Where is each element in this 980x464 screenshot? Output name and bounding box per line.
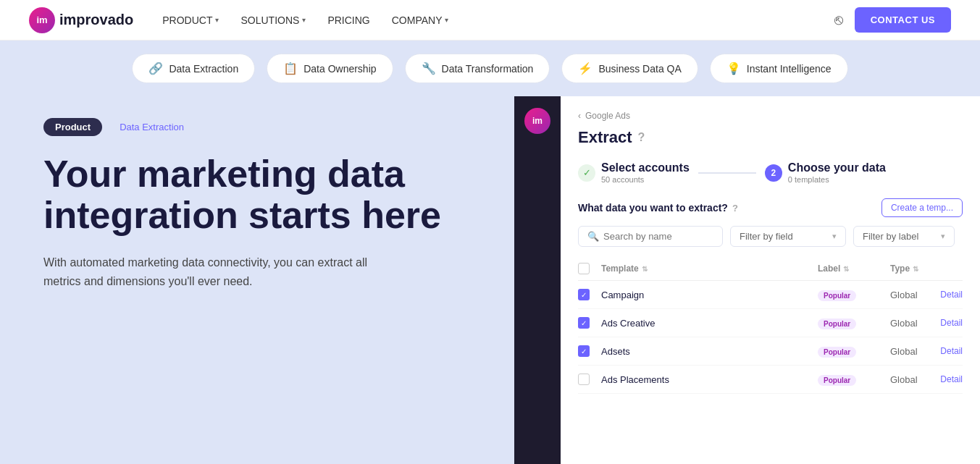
step-1: ✓ Select accounts 50 accounts <box>578 161 690 184</box>
chevron-down-icon: ▾ <box>215 16 219 24</box>
search-input[interactable] <box>603 231 713 242</box>
bolt-icon: ⚡ <box>578 62 592 75</box>
tab-data-extraction[interactable]: 🔗 Data Extraction <box>132 54 255 83</box>
extract-card: ‹ Google Ads Extract ? ✓ Select accounts… <box>561 96 980 464</box>
steps-row: ✓ Select accounts 50 accounts 2 Choose y… <box>578 161 963 184</box>
chevron-down-icon: ▾ <box>832 232 837 241</box>
sort-icon[interactable]: ⇅ <box>843 265 849 273</box>
table-header-template: Template ⇅ <box>601 263 818 274</box>
login-icon[interactable]: ⎋ <box>834 12 843 28</box>
breadcrumb: Product Data Extraction <box>43 118 485 136</box>
step-2-text: Choose your data 0 templates <box>788 161 886 184</box>
row-checkbox[interactable]: ✓ <box>578 317 590 329</box>
search-icon: 🔍 <box>587 231 599 242</box>
nav-item-pricing[interactable]: PRICING <box>327 14 369 26</box>
nav-item-company[interactable]: COMPANY ▾ <box>392 14 449 26</box>
header-checkbox[interactable] <box>578 263 590 274</box>
tab-data-transformation[interactable]: 🔧 Data Transformation <box>405 54 550 83</box>
step-2-number: 2 <box>765 164 782 182</box>
dark-sidebar: im <box>514 96 561 464</box>
table-header-type: Type ⇅ <box>890 263 963 274</box>
row-checkbox[interactable]: ✓ <box>578 345 590 357</box>
tab-instant-intelligence[interactable]: 💡 Instant Intelligence <box>710 54 848 83</box>
logo-text: improvado <box>59 12 133 28</box>
row-checkbox[interactable]: ✓ <box>578 289 590 300</box>
bulb-icon: 💡 <box>726 62 741 75</box>
hero-left: Product Data Extraction Your marketing d… <box>0 96 514 464</box>
row-checkbox[interactable] <box>578 374 590 385</box>
table-row: ✓ Adsets Popular Global Detail <box>578 337 963 366</box>
create-template-button[interactable]: Create a temp... <box>881 198 963 217</box>
chevron-down-icon: ▾ <box>302 16 306 24</box>
hero-subtitle: With automated marketing data connectivi… <box>43 253 406 290</box>
question-help-icon: ? <box>732 203 738 214</box>
navbar-left: im improvado PRODUCT ▾ SOLUTIONS ▾ PRICI… <box>29 7 448 33</box>
search-box[interactable]: 🔍 <box>578 226 723 247</box>
logo-icon: im <box>29 7 55 33</box>
nav-item-product[interactable]: PRODUCT ▾ <box>162 14 219 26</box>
panel-right: im ‹ Google Ads Extract ? ✓ Select accou… <box>514 96 980 464</box>
table-header-label: Label ⇅ <box>818 263 890 274</box>
step-check-icon: ✓ <box>578 164 595 182</box>
navbar: im improvado PRODUCT ▾ SOLUTIONS ▾ PRICI… <box>0 0 980 41</box>
navbar-right: ⎋ CONTACT US <box>834 7 951 33</box>
table-row: ✓ Ads Creative Popular Global Detail <box>578 309 963 337</box>
step-connector <box>698 172 756 174</box>
table-header-checkbox <box>578 263 601 274</box>
clipboard-icon: 📋 <box>283 62 298 75</box>
step-2: 2 Choose your data 0 templates <box>765 161 886 184</box>
wrench-icon: 🔧 <box>422 62 436 75</box>
breadcrumb-extraction[interactable]: Data Extraction <box>108 118 196 136</box>
main-area: Product Data Extraction Your marketing d… <box>0 96 980 464</box>
nav-links: PRODUCT ▾ SOLUTIONS ▾ PRICING COMPANY ▾ <box>162 14 448 26</box>
card-title: Extract ? <box>578 128 963 147</box>
step-1-text: Select accounts 50 accounts <box>601 161 690 184</box>
help-icon: ? <box>638 131 645 144</box>
sort-icon[interactable]: ⇅ <box>913 265 918 273</box>
sort-icon[interactable]: ⇅ <box>642 265 648 273</box>
chevron-down-icon: ▾ <box>941 232 945 241</box>
logo[interactable]: im improvado <box>29 7 133 33</box>
chevron-left-icon: ‹ <box>578 111 581 121</box>
filter-field-dropdown[interactable]: Filter by field ▾ <box>730 226 846 247</box>
breadcrumb-product[interactable]: Product <box>43 118 102 136</box>
contact-button[interactable]: CONTACT US <box>855 7 951 33</box>
filters-row: 🔍 Filter by field ▾ Filter by label ▾ <box>578 226 963 247</box>
nav-item-solutions[interactable]: SOLUTIONS ▾ <box>240 14 306 26</box>
table-row: Ads Placements Popular Global Detail <box>578 366 963 394</box>
filter-label-dropdown[interactable]: Filter by label ▾ <box>853 226 955 247</box>
chevron-down-icon: ▾ <box>445 16 448 24</box>
extract-question-text: What data you want to extract? ? <box>578 202 738 214</box>
tab-bar: 🔗 Data Extraction 📋 Data Ownership 🔧 Dat… <box>0 41 980 96</box>
table-header: Template ⇅ Label ⇅ Type ⇅ <box>578 257 963 281</box>
tab-data-ownership[interactable]: 📋 Data Ownership <box>267 54 393 83</box>
link-icon: 🔗 <box>148 62 163 75</box>
tab-business-data-qa[interactable]: ⚡ Business Data QA <box>561 54 698 83</box>
table-row: ✓ Campaign Popular Global Detail <box>578 281 963 309</box>
sidebar-avatar: im <box>524 108 550 134</box>
hero-title: Your marketing data integration starts h… <box>43 153 485 236</box>
extract-question-row: What data you want to extract? ? Create … <box>578 198 963 217</box>
card-breadcrumb: ‹ Google Ads <box>578 111 963 121</box>
